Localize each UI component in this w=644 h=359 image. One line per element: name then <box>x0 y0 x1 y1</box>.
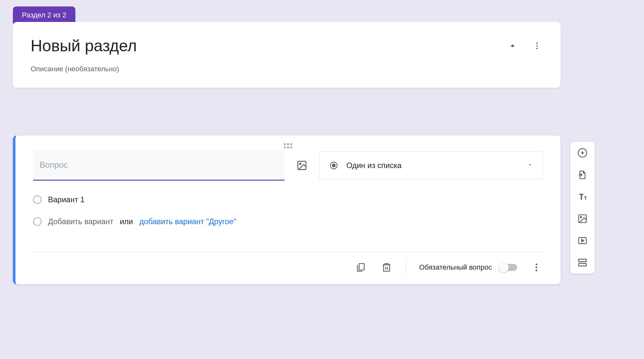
section-description-input[interactable]: Описание (необязательно) <box>31 65 543 73</box>
svg-point-11 <box>535 270 537 271</box>
add-image-icon[interactable] <box>576 212 589 225</box>
section-title-input[interactable]: Новый раздел <box>31 36 507 55</box>
drag-handle-icon[interactable] <box>15 135 561 150</box>
question-type-label: Один из списка <box>346 161 519 170</box>
option-label[interactable]: Вариант 1 <box>48 195 85 204</box>
svg-point-6 <box>332 164 336 167</box>
svg-point-1 <box>536 45 538 47</box>
add-image-icon[interactable] <box>294 158 310 173</box>
add-option-button[interactable]: Добавить вариант <box>48 217 113 226</box>
import-questions-icon[interactable] <box>576 168 589 181</box>
more-icon[interactable] <box>530 261 543 274</box>
add-title-icon[interactable] <box>576 190 589 203</box>
svg-point-2 <box>536 48 538 49</box>
or-text: или <box>120 217 133 226</box>
question-input[interactable] <box>33 150 284 181</box>
svg-point-0 <box>536 43 538 44</box>
duplicate-icon[interactable] <box>354 261 367 274</box>
more-icon[interactable] <box>531 40 543 52</box>
svg-point-9 <box>535 264 537 265</box>
divider <box>406 260 406 274</box>
svg-rect-16 <box>579 259 586 262</box>
svg-rect-7 <box>359 264 364 270</box>
question-type-select[interactable]: Один из списка <box>319 152 543 179</box>
svg-rect-17 <box>579 264 586 266</box>
section-badge: Раздел 2 из 2 <box>13 6 75 24</box>
side-toolbar <box>570 142 595 274</box>
required-toggle[interactable] <box>499 264 517 271</box>
section-header-card: Новый раздел Описание (необязательно) <box>13 22 561 88</box>
question-card: Один из списка Вариант 1 Добавить вариан… <box>13 135 561 284</box>
chevron-down-icon <box>527 162 533 169</box>
add-question-icon[interactable] <box>576 146 589 159</box>
required-label: Обязательный вопрос <box>419 263 492 272</box>
option-row[interactable]: Вариант 1 <box>33 195 543 204</box>
radio-icon <box>329 161 338 170</box>
add-other-link[interactable]: добавить вариант "Другое" <box>139 217 236 226</box>
add-option-row: Добавить вариант или добавить вариант "Д… <box>33 217 543 226</box>
svg-rect-8 <box>384 265 390 271</box>
add-video-icon[interactable] <box>576 234 589 247</box>
svg-point-14 <box>580 216 582 218</box>
collapse-icon[interactable] <box>507 40 518 52</box>
delete-icon[interactable] <box>380 261 393 274</box>
svg-point-10 <box>535 266 537 268</box>
svg-point-4 <box>300 163 301 165</box>
radio-icon <box>33 217 42 226</box>
radio-icon <box>33 195 42 204</box>
add-section-icon[interactable] <box>576 256 589 269</box>
